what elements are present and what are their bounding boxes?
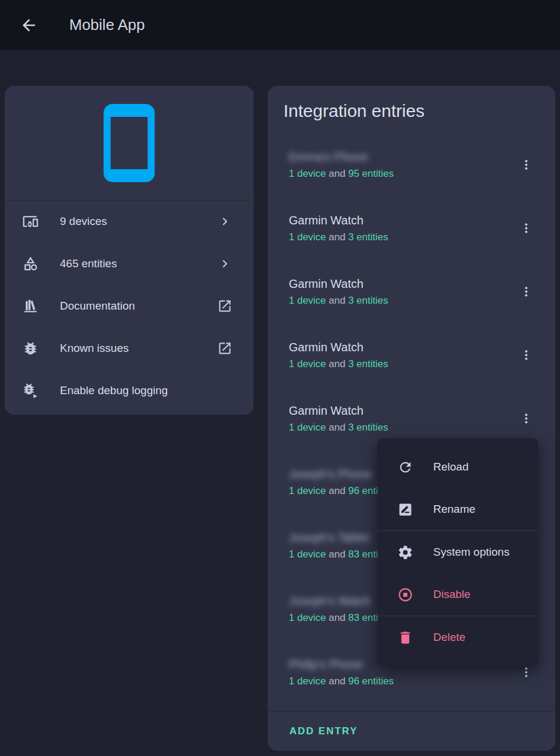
integration-logo-section: [5, 86, 254, 200]
entry-name: Garmin Watch: [289, 276, 514, 291]
entry-row: Emma's Phone 1 device and 95 entities: [268, 133, 555, 196]
device-count-link[interactable]: 1 device: [289, 612, 326, 623]
dots-vertical-icon: [519, 348, 534, 362]
entry-name: Garmin Watch: [289, 403, 514, 418]
and-text: and: [329, 549, 345, 560]
and-text: and: [329, 295, 345, 306]
device-count-link[interactable]: 1 device: [289, 358, 326, 369]
gear-icon: [397, 545, 413, 560]
enable-debug-logging-label: Enable debug logging: [60, 384, 236, 397]
reload-icon: [397, 459, 413, 475]
entries-card-title: Integration entries: [284, 101, 424, 121]
bookshelf-icon: [22, 298, 39, 314]
chevron-right-icon: [217, 256, 232, 271]
entry-name: Garmin Watch: [289, 213, 514, 228]
enable-debug-logging-row[interactable]: Enable debug logging: [5, 369, 254, 412]
bug-icon: [22, 340, 39, 357]
bug-play-icon: [22, 382, 39, 399]
entry-menu-button[interactable]: [514, 216, 538, 240]
entity-count-link[interactable]: 3 entities: [348, 358, 388, 369]
menu-item-disable[interactable]: Disable: [377, 573, 538, 616]
and-text: and: [329, 358, 345, 369]
dots-vertical-icon: [519, 284, 534, 299]
entities-label: 465 entities: [60, 257, 217, 270]
known-issues-label: Known issues: [60, 342, 217, 355]
menu-item-rename[interactable]: Rename: [377, 488, 538, 530]
entry-name: Emma's Phone: [289, 149, 514, 164]
and-text: and: [329, 168, 345, 179]
device-count-link[interactable]: 1 device: [289, 422, 326, 433]
entry-menu-button[interactable]: [514, 153, 538, 176]
open-in-new-icon: [217, 341, 232, 356]
stop-circle-icon: [397, 587, 413, 603]
entry-row: Garmin Watch 1 device and 3 entities: [268, 196, 555, 260]
menu-label-rename: Rename: [433, 503, 475, 516]
integration-info-card: 9 devices 465 entities Documentation: [5, 86, 254, 415]
device-count-link[interactable]: 1 device: [289, 676, 326, 687]
entry-row: Garmin Watch 1 device and 3 entities: [268, 260, 555, 323]
device-count-link[interactable]: 1 device: [289, 549, 326, 560]
entry-menu-button[interactable]: [514, 280, 538, 303]
entities-row[interactable]: 465 entities: [5, 243, 254, 285]
and-text: and: [329, 676, 345, 687]
trash-icon: [397, 630, 413, 646]
arrow-left-icon: [19, 16, 38, 35]
device-count-link[interactable]: 1 device: [289, 231, 326, 243]
and-text: and: [329, 612, 345, 623]
add-entry-button[interactable]: ADD ENTRY: [289, 725, 358, 737]
dots-vertical-icon: [519, 665, 534, 680]
and-text: and: [329, 422, 345, 433]
cellphone-icon: [104, 104, 155, 182]
menu-label-disable: Disable: [433, 588, 470, 601]
menu-item-system-options[interactable]: System options: [377, 530, 538, 573]
entries-card-footer: ADD ENTRY: [268, 711, 555, 751]
menu-item-reload[interactable]: Reload: [377, 446, 538, 488]
documentation-row[interactable]: Documentation: [5, 285, 254, 327]
device-count-link[interactable]: 1 device: [289, 168, 326, 179]
entity-count-link[interactable]: 3 entities: [348, 422, 388, 433]
entity-count-link[interactable]: 96 entities: [348, 676, 394, 687]
dots-vertical-icon: [519, 411, 534, 426]
menu-item-delete[interactable]: Delete: [377, 616, 538, 658]
dots-vertical-icon: [519, 221, 534, 236]
open-in-new-icon: [217, 298, 232, 314]
dots-vertical-icon: [519, 157, 534, 172]
chevron-right-icon: [217, 214, 232, 229]
rename-box-icon: [397, 502, 413, 518]
entry-row: Garmin Watch 1 device and 3 entities: [268, 323, 555, 387]
devices-label: 9 devices: [60, 215, 217, 228]
entry-menu-button[interactable]: [514, 343, 538, 367]
entity-count-link[interactable]: 3 entities: [348, 295, 388, 306]
app-header: Mobile App: [0, 0, 560, 50]
device-count-link[interactable]: 1 device: [289, 295, 326, 306]
menu-label-delete: Delete: [433, 631, 465, 644]
entry-context-menu: Reload Rename System options Disable Del…: [377, 438, 538, 666]
menu-label-system-options: System options: [433, 546, 510, 559]
entry-name: Garmin Watch: [289, 340, 514, 355]
known-issues-row[interactable]: Known issues: [5, 327, 254, 369]
devices-icon: [22, 213, 39, 230]
entity-count-link[interactable]: 3 entities: [348, 231, 388, 243]
menu-label-reload: Reload: [433, 461, 468, 473]
back-button[interactable]: [19, 16, 38, 35]
shapes-icon: [22, 256, 39, 272]
page-title: Mobile App: [69, 16, 145, 34]
and-text: and: [329, 485, 345, 496]
and-text: and: [329, 231, 345, 243]
entry-menu-button-open[interactable]: [514, 406, 538, 430]
device-count-link[interactable]: 1 device: [289, 485, 326, 496]
entity-count-link[interactable]: 95 entities: [348, 168, 394, 179]
devices-row[interactable]: 9 devices: [5, 200, 254, 243]
documentation-label: Documentation: [60, 300, 217, 313]
